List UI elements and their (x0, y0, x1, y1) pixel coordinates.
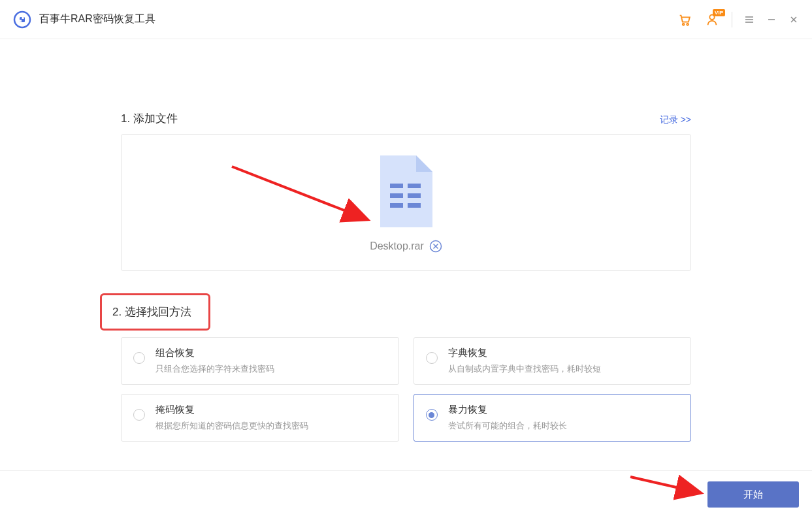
minimize-icon[interactable] (766, 14, 777, 25)
method-combination[interactable]: 组合恢复 只组合您选择的字符来查找密码 (121, 337, 399, 385)
section1-title: 1. 添加文件 (121, 111, 178, 126)
file-name-row: Desktop.rar (370, 240, 442, 253)
svg-rect-3 (20, 20, 22, 22)
cart-icon[interactable] (677, 12, 692, 27)
vip-badge: VIP (713, 9, 725, 16)
svg-rect-15 (390, 193, 403, 198)
divider (732, 12, 732, 27)
user-icon[interactable]: VIP (704, 12, 720, 27)
svg-rect-16 (408, 193, 421, 198)
method-desc: 尝试所有可能的组合，耗时较长 (448, 420, 567, 432)
svg-point-5 (687, 23, 689, 25)
svg-rect-18 (408, 203, 421, 208)
titlebar: 百事牛RAR密码恢复工具 VIP (0, 0, 812, 39)
method-dictionary[interactable]: 字典恢复 从自制或内置字典中查找密码，耗时较短 (414, 337, 692, 385)
method-title: 暴力恢复 (448, 404, 567, 416)
method-desc: 只组合您选择的字符来查找密码 (155, 363, 274, 375)
svg-rect-14 (408, 184, 421, 188)
svg-rect-13 (390, 184, 403, 188)
section2-highlight-box: 2. 选择找回方法 (100, 293, 210, 331)
svg-point-4 (683, 23, 685, 25)
start-button[interactable]: 开始 (707, 481, 799, 508)
footer-bar: 开始 (0, 470, 812, 518)
file-name-label: Desktop.rar (370, 240, 424, 252)
radio-unchecked-icon (426, 352, 438, 364)
app-logo-icon (13, 10, 31, 29)
method-desc: 从自制或内置字典中查找密码，耗时较短 (448, 363, 601, 375)
radio-checked-icon (426, 409, 438, 421)
remove-file-icon[interactable] (429, 240, 442, 253)
app-title: 百事牛RAR密码恢复工具 (39, 12, 155, 26)
section1-header: 1. 添加文件 记录 >> (121, 111, 691, 126)
titlebar-controls: VIP (677, 12, 799, 27)
file-icon (374, 152, 439, 233)
section2-title: 2. 选择找回方法 (112, 304, 191, 319)
radio-unchecked-icon (133, 409, 145, 421)
file-drop-zone[interactable]: Desktop.rar (121, 134, 691, 271)
method-bruteforce[interactable]: 暴力恢复 尝试所有可能的组合，耗时较长 (414, 394, 692, 442)
svg-rect-2 (22, 17, 24, 19)
method-title: 字典恢复 (448, 347, 601, 359)
method-title: 组合恢复 (155, 347, 274, 359)
method-title: 掩码恢复 (155, 404, 308, 416)
radio-unchecked-icon (133, 352, 145, 364)
method-desc: 根据您所知道的密码信息更快的查找密码 (155, 420, 308, 432)
menu-icon[interactable] (744, 14, 755, 25)
svg-rect-17 (390, 203, 403, 208)
main-content: 1. 添加文件 记录 >> Desktop.rar (0, 111, 812, 442)
close-icon[interactable] (788, 14, 799, 25)
method-mask[interactable]: 掩码恢复 根据您所知道的密码信息更快的查找密码 (121, 394, 399, 442)
records-link[interactable]: 记录 >> (660, 114, 691, 126)
methods-grid: 组合恢复 只组合您选择的字符来查找密码 字典恢复 从自制或内置字典中查找密码，耗… (121, 337, 691, 442)
